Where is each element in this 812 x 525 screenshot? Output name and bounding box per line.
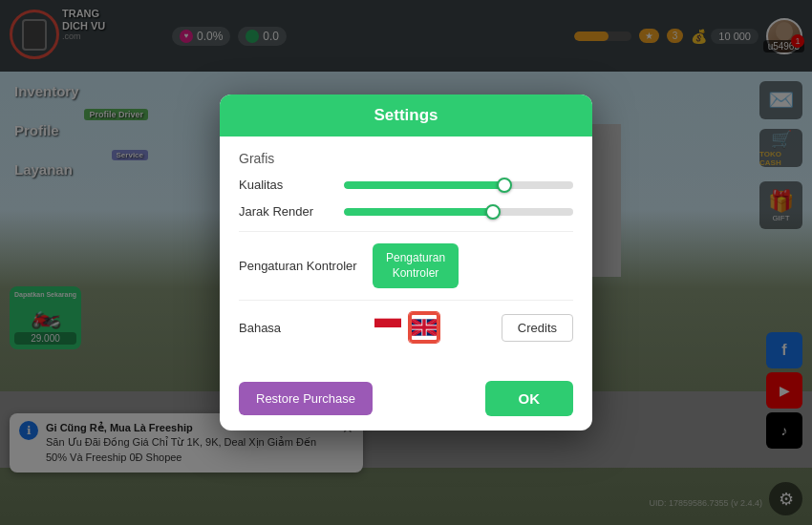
flag-uk-button[interactable]	[409, 312, 439, 343]
jarak-fill	[344, 208, 493, 216]
kontroler-row: Pengaturan Kontroler PengaturanKontroler	[239, 243, 573, 288]
jarak-label: Jarak Render	[239, 204, 334, 219]
grafis-section-title: Grafis	[239, 151, 573, 166]
bahasa-label: Bahasa	[239, 321, 363, 335]
svg-rect-2	[374, 319, 401, 327]
jarak-track	[344, 208, 573, 216]
settings-title: Settings	[374, 106, 438, 124]
flag-group	[373, 312, 439, 343]
kualitas-fill	[344, 181, 504, 189]
bahasa-row: Bahasa	[239, 312, 573, 343]
settings-header: Settings	[220, 94, 592, 136]
divider-1	[239, 231, 573, 232]
settings-footer: Restore Purchase OK	[220, 371, 592, 430]
svg-rect-16	[412, 326, 437, 328]
kualitas-slider[interactable]	[344, 178, 573, 193]
ok-button[interactable]: OK	[485, 381, 574, 416]
jarak-thumb[interactable]	[485, 204, 501, 220]
kualitas-track	[344, 181, 573, 189]
kontroler-label: Pengaturan Kontroler	[239, 259, 363, 273]
svg-rect-3	[374, 327, 401, 336]
modal-overlay: Settings Grafis Kualitas Jarak Render	[0, 0, 812, 525]
kualitas-thumb[interactable]	[497, 178, 512, 193]
settings-dialog: Settings Grafis Kualitas Jarak Render	[220, 94, 592, 430]
kualitas-label: Kualitas	[239, 178, 334, 192]
kualitas-row: Kualitas	[239, 178, 573, 193]
restore-purchase-button[interactable]: Restore Purchase	[239, 382, 373, 415]
settings-body: Grafis Kualitas Jarak Render	[220, 136, 592, 371]
pengaturan-kontroler-button[interactable]: PengaturanKontroler	[373, 243, 459, 288]
flag-id-button[interactable]	[373, 312, 403, 343]
jarak-slider[interactable]	[344, 204, 573, 220]
jarak-row: Jarak Render	[239, 204, 573, 220]
divider-2	[239, 300, 573, 301]
credits-button[interactable]: Credits	[502, 314, 573, 342]
